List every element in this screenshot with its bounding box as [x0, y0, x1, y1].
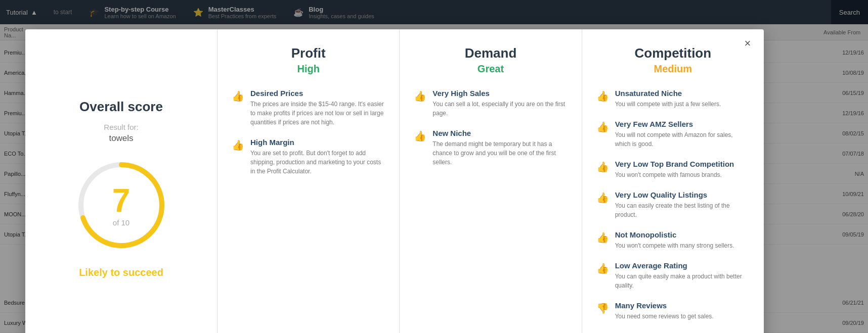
thumbs-down-icon: 👎: [596, 302, 609, 314]
thumbs-up-icon-8: 👍: [596, 192, 609, 204]
high-sales-desc: You can sell a lot, especially if you ar…: [432, 100, 567, 118]
score-display: 7 of 10: [112, 184, 131, 226]
score-circle: 7 of 10: [76, 160, 167, 251]
thumbs-up-icon-3: 👍: [414, 90, 426, 102]
feature-content-8: Very Low Quality Listings You can easily…: [615, 191, 750, 219]
score-number: 7: [112, 184, 131, 217]
feature-high-sales: 👍 Very High Sales You can sell a lot, es…: [414, 89, 567, 118]
unsaturated-title: Unsaturated Niche: [615, 89, 721, 98]
low-brand-desc: You won't compete with famous brands.: [615, 170, 734, 179]
profit-subtitle: High: [232, 63, 385, 75]
overall-score-panel: Overall score Result for: towels 7 of 10…: [25, 29, 218, 333]
not-monopolistic-title: Not Monopolistic: [615, 230, 734, 239]
many-reviews-title: Many Reviews: [615, 301, 714, 310]
desired-prices-desc: The prices are inside the $15-40 range. …: [250, 100, 385, 127]
feature-high-margin: 👍 High Margin You are set to profit. But…: [232, 138, 385, 176]
low-quality-desc: You can easily create the best listing o…: [615, 201, 750, 219]
demand-title: Demand: [414, 45, 567, 61]
low-brand-title: Very Low Top Brand Competition: [615, 160, 734, 168]
feature-content-9: Not Monopolistic You won't compete with …: [615, 230, 734, 250]
feature-few-amz: 👍 Very Few AMZ Sellers You will not comp…: [596, 120, 750, 149]
feature-content-4: New Niche The demand might be temporary …: [432, 129, 567, 167]
thumbs-up-icon-2: 👍: [232, 139, 244, 151]
many-reviews-desc: You need some reviews to get sales.: [615, 312, 714, 321]
thumbs-up-icon-7: 👍: [596, 161, 609, 173]
overall-score-modal: × Overall score Result for: towels 7 of …: [25, 29, 764, 333]
feature-content-2: High Margin You are set to profit. But d…: [250, 138, 385, 176]
feature-content-5: Unsaturated Niche You will compete with …: [615, 89, 721, 109]
few-amz-title: Very Few AMZ Sellers: [615, 120, 750, 128]
few-amz-desc: You will not compete with Amazon for sal…: [615, 130, 750, 149]
thumbs-up-icon-5: 👍: [596, 90, 609, 102]
not-monopolistic-desc: You won't compete with many strong selle…: [615, 241, 734, 250]
feature-unsaturated: 👍 Unsaturated Niche You will compete wit…: [596, 89, 750, 109]
feature-content: Desired Prices The prices are inside the…: [250, 89, 385, 127]
thumbs-up-icon-6: 👍: [596, 121, 609, 133]
profit-title: Profit: [232, 45, 385, 61]
thumbs-up-icon-9: 👍: [596, 231, 609, 244]
feature-content-3: Very High Sales You can sell a lot, espe…: [432, 89, 567, 118]
low-quality-title: Very Low Quality Listings: [615, 191, 750, 199]
feature-content-11: Many Reviews You need some reviews to ge…: [615, 301, 714, 321]
result-keyword: towels: [109, 133, 133, 144]
feature-many-reviews: 👎 Many Reviews You need some reviews to …: [596, 301, 750, 321]
score-label: Likely to succeed: [79, 267, 163, 278]
thumbs-up-icon: 👍: [232, 90, 244, 102]
high-sales-title: Very High Sales: [432, 89, 567, 98]
profit-panel: Profit High 👍 Desired Prices The prices …: [218, 29, 400, 333]
low-rating-desc: You can quite easily make a product with…: [615, 272, 750, 290]
overall-title: Overall score: [79, 99, 163, 115]
feature-low-quality: 👍 Very Low Quality Listings You can easi…: [596, 191, 750, 219]
feature-low-rating: 👍 Low Average Rating You can quite easil…: [596, 261, 750, 290]
feature-content-10: Low Average Rating You can quite easily …: [615, 261, 750, 290]
competition-panel: Competition Medium 👍 Unsaturated Niche Y…: [582, 29, 764, 333]
new-niche-desc: The demand might be temporary but it has…: [432, 139, 567, 167]
demand-panel: Demand Great 👍 Very High Sales You can s…: [400, 29, 582, 333]
unsaturated-desc: You will compete with just a few sellers…: [615, 100, 721, 109]
feature-low-brand: 👍 Very Low Top Brand Competition You won…: [596, 160, 750, 179]
thumbs-up-icon-4: 👍: [414, 130, 426, 142]
feature-not-monopolistic: 👍 Not Monopolistic You won't compete wit…: [596, 230, 750, 250]
score-denom: of 10: [112, 219, 131, 226]
new-niche-title: New Niche: [432, 129, 567, 137]
demand-subtitle: Great: [414, 63, 567, 75]
feature-new-niche: 👍 New Niche The demand might be temporar…: [414, 129, 567, 167]
close-button[interactable]: ×: [740, 35, 756, 52]
high-margin-title: High Margin: [250, 138, 385, 147]
competition-subtitle: Medium: [596, 63, 750, 75]
low-rating-title: Low Average Rating: [615, 261, 750, 270]
feature-content-7: Very Low Top Brand Competition You won't…: [615, 160, 734, 179]
thumbs-up-icon-10: 👍: [596, 262, 609, 274]
high-margin-desc: You are set to profit. But don't forget …: [250, 149, 385, 176]
competition-title: Competition: [596, 45, 750, 61]
feature-desired-prices: 👍 Desired Prices The prices are inside t…: [232, 89, 385, 127]
feature-content-6: Very Few AMZ Sellers You will not compet…: [615, 120, 750, 149]
desired-prices-title: Desired Prices: [250, 89, 385, 98]
result-for-label: Result for:: [104, 123, 138, 131]
